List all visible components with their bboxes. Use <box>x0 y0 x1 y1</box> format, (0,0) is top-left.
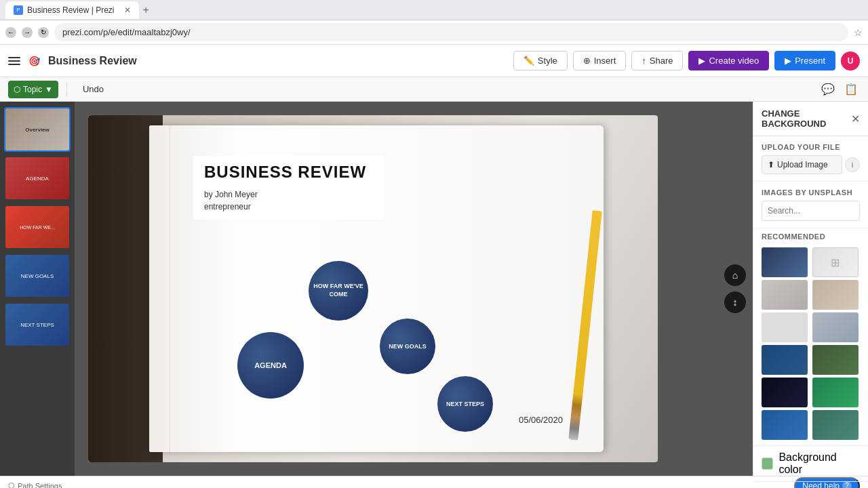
image-thumb-3[interactable] <box>762 280 808 310</box>
unsplash-section: IMAGES BY UNSPLASH 🔍 <box>753 182 868 228</box>
tab-favicon: P <box>14 5 23 15</box>
slide-thumb-2[interactable]: AGENDA <box>4 156 71 201</box>
tab-title: Business Review | Prezi <box>27 5 115 15</box>
bg-color-row: Background color <box>753 445 868 481</box>
new-tab-btn[interactable]: + <box>143 4 149 16</box>
image-thumb-5[interactable] <box>762 312 808 342</box>
share-icon: ↑ <box>642 56 646 66</box>
image-thumb-2[interactable]: ⊞ <box>812 247 859 277</box>
insert-icon: ⊕ <box>583 56 591 66</box>
unsplash-label: IMAGES BY UNSPLASH <box>762 188 860 197</box>
slide-thumb-5[interactable]: NEXT STEPS <box>4 302 71 347</box>
bg-color-swatch[interactable] <box>762 458 773 470</box>
home-control[interactable]: ⌂ <box>724 264 746 286</box>
slide-thumb-1[interactable]: Overview <box>4 107 71 152</box>
circle-how-far[interactable]: HOW FAR WE'VE COME <box>309 261 368 321</box>
slide-thumb-4[interactable]: NEW GOALS <box>4 253 71 298</box>
recommended-section: RECOMMENDED <box>753 228 868 247</box>
address-bar-row: ← → ↻ ☆ <box>0 20 868 45</box>
slide-date: 05/06/2020 <box>519 415 563 425</box>
app-header: 🎯 Business Review ✏️ Style ⊕ Insert ↑ Sh… <box>0 45 868 77</box>
slide-subtitle: by John Meyer entrepreneur <box>204 188 372 213</box>
style-icon: ✏️ <box>524 56 534 66</box>
revert-row: Revert to original <box>753 481 868 488</box>
canvas-area: BUSINESS REVIEW by John Meyer entreprene… <box>75 102 753 476</box>
logo-icon: 🎯 <box>28 56 40 66</box>
browser-tab-bar: P Business Review | Prezi ✕ + <box>0 0 868 20</box>
toolbar-row: ⬡ Topic ▼ Undo 💬 📋 <box>0 77 868 102</box>
overview-control[interactable]: ↕ <box>724 291 746 313</box>
image-thumb-6[interactable] <box>812 312 859 342</box>
create-video-btn[interactable]: ▶ Create video <box>688 51 769 70</box>
topic-icon: ⬡ <box>14 85 20 94</box>
toolbar-divider <box>66 83 67 96</box>
panel-close-btn[interactable]: ✕ <box>851 113 860 125</box>
insert-btn[interactable]: ⊕ Insert <box>573 51 627 70</box>
circle-next-steps[interactable]: NEXT STEPS <box>437 376 493 432</box>
header-nav: ✏️ Style ⊕ Insert ↑ Share ▶ Create video… <box>513 51 860 70</box>
notes-icon[interactable]: 📋 <box>842 81 860 98</box>
slide-thumb-3[interactable]: HOW FAR WE... <box>4 205 71 249</box>
undo-btn[interactable]: Undo <box>75 81 111 98</box>
style-btn[interactable]: ✏️ Style <box>513 51 568 70</box>
upload-icon: ⬆ <box>768 160 774 169</box>
image-thumb-11[interactable] <box>762 410 808 440</box>
info-btn[interactable]: i <box>845 157 860 172</box>
present-icon: ▶ <box>785 56 791 66</box>
bg-color-label: Background color <box>778 451 860 476</box>
comment-icon[interactable]: 💬 <box>819 81 837 98</box>
present-btn[interactable]: ▶ Present <box>774 51 835 70</box>
share-btn[interactable]: ↑ Share <box>631 51 683 70</box>
bottom-bar: ⬡ Path Settings Need help ? <box>0 476 868 488</box>
image-thumb-7[interactable] <box>762 345 808 375</box>
recommended-label: RECOMMENDED <box>762 232 860 241</box>
panel-header: CHANGE BACKGROUND ✕ <box>753 102 868 136</box>
slide-title: BUSINESS REVIEW <box>204 163 372 182</box>
upload-image-btn[interactable]: ⬆ Upload Image <box>762 155 842 174</box>
search-input[interactable] <box>762 203 860 219</box>
bookmark-icon[interactable]: ☆ <box>854 27 863 38</box>
upload-row: ⬆ Upload Image i <box>762 155 860 174</box>
upload-section-label: UPLOAD YOUR FILE <box>762 143 860 151</box>
circle-new-goals[interactable]: NEW GOALS <box>380 319 435 374</box>
title-box: BUSINESS REVIEW by John Meyer entreprene… <box>193 156 383 220</box>
path-icon: ⬡ <box>8 481 15 488</box>
hamburger-menu[interactable] <box>8 57 20 65</box>
circle-agenda[interactable]: AGENDA <box>237 332 304 399</box>
image-thumb-8[interactable] <box>812 345 859 375</box>
user-avatar[interactable]: U <box>841 52 860 70</box>
right-panel: CHANGE BACKGROUND ✕ UPLOAD YOUR FILE ⬆ U… <box>753 102 868 476</box>
topic-dropdown-btn[interactable]: ⬡ Topic ▼ <box>8 81 58 98</box>
image-thumb-10[interactable] <box>812 378 859 407</box>
topic-chevron: ▼ <box>45 85 53 94</box>
close-tab-btn[interactable]: ✕ <box>124 5 131 15</box>
panel-title: CHANGE BACKGROUND <box>762 108 851 129</box>
refresh-btn[interactable]: ↻ <box>38 27 49 38</box>
image-thumb-1[interactable] <box>762 247 808 277</box>
image-thumb-4[interactable] <box>812 280 859 310</box>
main-area: Overview AGENDA HOW FAR WE... NEW GOALS … <box>0 102 868 476</box>
browser-tab[interactable]: P Business Review | Prezi ✕ <box>5 1 139 19</box>
path-settings[interactable]: ⬡ Path Settings <box>8 481 62 488</box>
address-bar[interactable] <box>54 23 848 41</box>
upload-section: UPLOAD YOUR FILE ⬆ Upload Image i <box>753 136 868 182</box>
app-title: Business Review <box>48 55 505 67</box>
forward-btn[interactable]: → <box>22 27 33 38</box>
video-icon: ▶ <box>698 56 705 66</box>
search-row: 🔍 <box>762 201 860 221</box>
slide-controls: ⌂ ↕ <box>724 264 746 313</box>
image-thumb-9[interactable] <box>762 378 808 407</box>
slide-panel: Overview AGENDA HOW FAR WE... NEW GOALS … <box>0 102 75 476</box>
back-btn[interactable]: ← <box>5 27 16 38</box>
image-thumb-12[interactable] <box>812 410 859 440</box>
image-grid: ⊞ <box>753 247 868 445</box>
